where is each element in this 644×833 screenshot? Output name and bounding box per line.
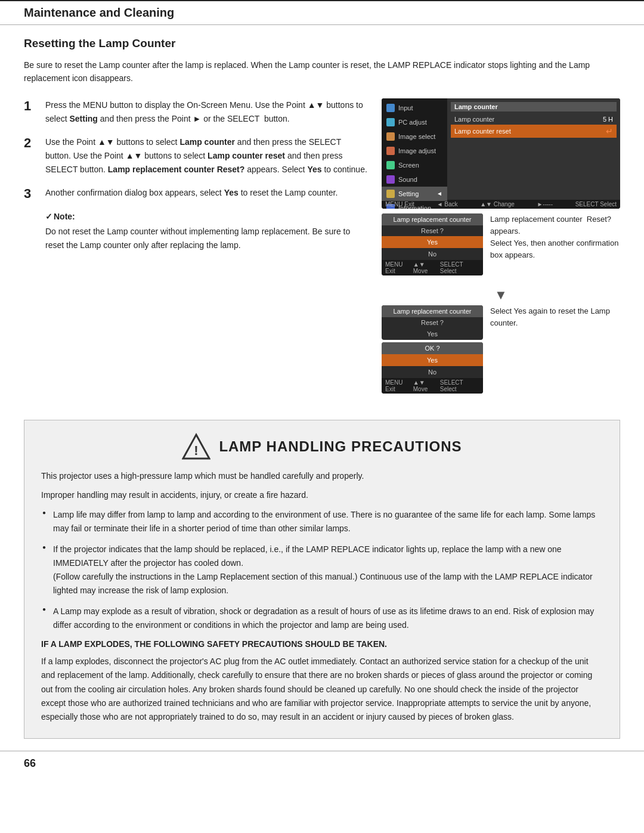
panel-row-lampcounter: Lamp counter 5 H bbox=[451, 114, 617, 125]
step-3-text: Another confirmation dialog box appears,… bbox=[45, 186, 338, 200]
page-container: Maintenance and Cleaning Resetting the L… bbox=[0, 0, 644, 833]
note-section: Note: Do not reset the Lamp counter with… bbox=[45, 212, 367, 252]
intro-text: Be sure to reset the Lamp counter after … bbox=[24, 58, 620, 85]
sound-icon bbox=[386, 175, 395, 184]
menu-item-input: Input bbox=[382, 101, 447, 115]
dialog-stack-1: Lamp replacement counter Reset ? Yes No … bbox=[382, 213, 483, 280]
dialog2a-title: Lamp replacement counter bbox=[382, 305, 483, 317]
d1-select: SELECT Select bbox=[440, 261, 479, 274]
toolbar-change: ▲▼ Change bbox=[480, 201, 515, 208]
screenshot-group-1: Lamp replacement counter Reset ? Yes No … bbox=[382, 213, 620, 280]
step-3-number: 3 bbox=[24, 186, 38, 202]
lamp-bullet-2: If the projector indicates that the lamp… bbox=[41, 543, 603, 597]
dialog1-option-yes: Yes bbox=[382, 236, 483, 248]
panel-title: Lamp counter bbox=[451, 102, 617, 112]
dialog2a-subtitle: Reset ? bbox=[382, 317, 483, 328]
menu-item-setting: Setting ◄ bbox=[382, 187, 447, 201]
note-title: Note: bbox=[45, 212, 367, 221]
d2-exit: MENU Exit bbox=[385, 379, 413, 392]
lamp-precautions-section: ! LAMP HANDLING PRECAUTIONS This project… bbox=[24, 420, 620, 739]
step-3: 3 Another confirmation dialog box appear… bbox=[24, 186, 367, 202]
lamp-if-title: IF A LAMP EXPLODES, THE FOLLOWING SAFETY… bbox=[41, 639, 603, 649]
arrow-down: ▼ bbox=[382, 287, 620, 303]
warning-icon: ! bbox=[182, 432, 210, 461]
dialog1-subtitle: Reset ? bbox=[382, 225, 483, 236]
lamp-counter-reset-arrow: ↵ bbox=[606, 126, 613, 136]
menu-item-imageadjust-label: Image adjust bbox=[398, 147, 436, 154]
menu-item-imageadjust: Image adjust bbox=[382, 144, 447, 158]
main-content: Resetting the Lamp Counter Be sure to re… bbox=[0, 37, 644, 405]
toolbar-select: SELECT Select bbox=[575, 201, 617, 208]
page-number: 66 bbox=[24, 757, 36, 769]
dialog2b-toolbar: MENU Exit ▲▼ Move SELECT Select bbox=[382, 378, 483, 394]
lamp-intro-2: Improper handling may result in accident… bbox=[41, 488, 603, 501]
steps-column: 1 Press the MENU button to display the O… bbox=[24, 98, 367, 405]
lamp-main-title: LAMP HANDLING PRECAUTIONS bbox=[219, 438, 462, 455]
d2-select: SELECT Select bbox=[440, 379, 479, 392]
page-footer: 66 bbox=[0, 751, 644, 776]
step-2-text: Use the Point ▲▼ buttons to select Lamp … bbox=[45, 135, 367, 176]
lamp-counter-value: 5 H bbox=[603, 116, 613, 123]
ui-menu-left: Input PC adjust Image select bbox=[382, 98, 447, 200]
menu-item-screen-label: Screen bbox=[398, 162, 419, 169]
menu-item-pcadjust-label: PC adjust bbox=[398, 119, 427, 126]
menu-item-imageselect-label: Image select bbox=[398, 133, 435, 140]
note-text: Do not reset the Lamp counter without im… bbox=[45, 225, 367, 252]
svg-text:!: ! bbox=[194, 443, 199, 458]
lamp-counter-label: Lamp counter bbox=[454, 116, 494, 123]
lamp-bullets: Lamp life may differ from lamp to lamp a… bbox=[41, 508, 603, 633]
setting-arrow: ◄ bbox=[436, 190, 442, 197]
input-icon bbox=[386, 104, 395, 112]
screenshot-group-2: Lamp replacement counter Reset ? Yes OK … bbox=[382, 305, 620, 398]
subsection-title: Resetting the Lamp Counter bbox=[24, 37, 620, 50]
step-1: 1 Press the MENU button to display the O… bbox=[24, 98, 367, 126]
section-header: Maintenance and Cleaning bbox=[0, 0, 644, 25]
dialog1-toolbar: MENU Exit ▲▼ Move SELECT Select bbox=[382, 260, 483, 275]
dialog1-title: Lamp replacement counter bbox=[382, 213, 483, 225]
lamp-intro-1: This projector uses a high-pressure lamp… bbox=[41, 469, 603, 482]
step-1-text: Press the MENU button to display the On-… bbox=[45, 98, 367, 126]
caption-1: Lamp replacement counter Reset? appears.… bbox=[490, 213, 620, 262]
lamp-counter-reset-label: Lamp counter reset bbox=[454, 128, 511, 135]
d2-move: ▲▼ Move bbox=[413, 379, 440, 392]
ui-menu-right: Lamp counter Lamp counter 5 H Lamp count… bbox=[447, 98, 620, 200]
lamp-bullet-1: Lamp life may differ from lamp to lamp a… bbox=[41, 508, 603, 535]
toolbar-back: ◄ Back bbox=[437, 201, 458, 208]
section-header-title: Maintenance and Cleaning bbox=[24, 6, 174, 19]
toolbar-exit: MENU Exit bbox=[385, 201, 414, 208]
pcadjust-icon bbox=[386, 118, 395, 126]
imageadjust-icon bbox=[386, 147, 395, 155]
menu-item-setting-label: Setting bbox=[398, 190, 419, 197]
toolbar-next: ►----- bbox=[537, 201, 553, 208]
panel-row-lampcountereset: Lamp counter reset ↵ bbox=[451, 125, 617, 138]
lamp-title-row: ! LAMP HANDLING PRECAUTIONS bbox=[41, 432, 603, 461]
screen-icon bbox=[386, 161, 395, 169]
dialog2b-option-yes: Yes bbox=[382, 354, 483, 366]
dialog-box-1: Lamp replacement counter Reset ? Yes No … bbox=[382, 213, 483, 275]
ui-menu: Input PC adjust Image select bbox=[382, 98, 620, 200]
menu-item-sound-label: Sound bbox=[398, 176, 417, 183]
menu-item-pcadjust: PC adjust bbox=[382, 115, 447, 129]
dialog-stack-2: Lamp replacement counter Reset ? Yes OK … bbox=[382, 305, 483, 398]
dialog1-option-no: No bbox=[382, 248, 483, 260]
menu-item-imageselect: Image select bbox=[382, 129, 447, 144]
dialog-box-2b: OK ? Yes No MENU Exit ▲▼ Move SELECT Sel… bbox=[382, 342, 483, 394]
caption-2: Select Yes again to reset the Lamp count… bbox=[490, 305, 620, 329]
menu-item-sound: Sound bbox=[382, 172, 447, 187]
screenshot-column: Input PC adjust Image select bbox=[382, 98, 620, 405]
lamp-bullet-3: A Lamp may explode as a result of vibrat… bbox=[41, 605, 603, 632]
d1-move: ▲▼ Move bbox=[413, 261, 440, 274]
imageselect-icon bbox=[386, 132, 395, 141]
step-2: 2 Use the Point ▲▼ buttons to select Lam… bbox=[24, 135, 367, 176]
step-2-number: 2 bbox=[24, 135, 38, 151]
d1-exit: MENU Exit bbox=[385, 261, 413, 274]
lamp-if-text: If a lamp explodes, disconnect the proje… bbox=[41, 655, 603, 723]
dialog-box-2a: Lamp replacement counter Reset ? Yes bbox=[382, 305, 483, 340]
dialog2a-yes: Yes bbox=[382, 328, 483, 340]
steps-screenshot-container: 1 Press the MENU button to display the O… bbox=[24, 98, 620, 405]
menu-screenshot: Input PC adjust Image select bbox=[382, 98, 620, 209]
dialog2b-title: OK ? bbox=[382, 342, 483, 354]
menu-item-input-label: Input bbox=[398, 104, 413, 112]
setting-icon bbox=[386, 190, 395, 198]
step-1-number: 1 bbox=[24, 98, 38, 114]
